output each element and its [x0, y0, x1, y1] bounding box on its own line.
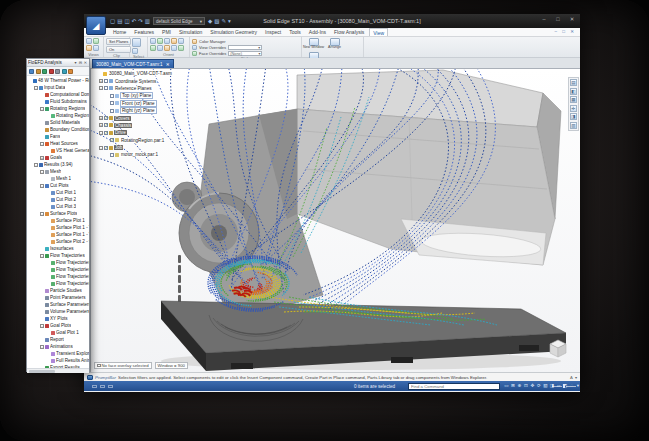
fit-icon[interactable] — [171, 38, 177, 44]
floefd-tree-item[interactable]: - Heat Sources — [27, 140, 89, 147]
floefd-tree-item[interactable]: Surface Plot 1 — [27, 217, 89, 224]
ribbon-tab[interactable]: View — [369, 28, 388, 36]
view-wireframe-icon[interactable] — [164, 45, 170, 51]
floefd-tree-item[interactable]: Particle Studies — [27, 287, 89, 294]
floefd-tree-item[interactable]: - Surface Plots — [27, 210, 89, 217]
color-manager-button[interactable]: Color Manager — [199, 39, 225, 44]
expander-icon[interactable]: - — [40, 142, 44, 146]
visibility-checkbox[interactable]: ✓ — [104, 131, 108, 135]
pathfinder-item[interactable]: - ✓ Drive — [92, 129, 188, 136]
zoom-area-icon[interactable] — [157, 38, 163, 44]
qat-icon[interactable]: ▤ — [117, 18, 122, 24]
dock-tab-icon[interactable]: ▤ — [570, 79, 577, 86]
arrange-button[interactable]: Arrange — [325, 38, 344, 50]
qat-icon[interactable]: ▢ — [110, 18, 115, 24]
status-tool-icon[interactable]: ▾ — [576, 383, 581, 389]
close-icon[interactable]: ✕ — [83, 60, 88, 65]
floefd-tree-item[interactable]: Flow Trajectories 3 — [27, 273, 89, 280]
visibility-checkbox[interactable] — [110, 153, 114, 157]
app-button[interactable]: ◢ — [86, 16, 106, 35]
minimize-button[interactable]: – — [539, 16, 549, 22]
expander-icon[interactable]: - — [34, 163, 38, 167]
ribbon-tab[interactable]: Flow Analysis — [331, 28, 367, 36]
floefd-tree-item[interactable]: Surface Plot 2 - vel, motor — [27, 238, 89, 245]
floefd-tree-item[interactable]: - Results (3.94) — [27, 161, 89, 168]
pathfinder-item[interactable]: motor_mock.par:1 — [92, 151, 188, 158]
horizontal-scrollbar[interactable] — [27, 368, 89, 373]
close-icon[interactable]: ✕ — [166, 60, 170, 69]
floefd-tree-item[interactable]: VS Heat Generation Rate 1 — [27, 147, 89, 154]
camera-icon[interactable] — [93, 45, 99, 51]
status-tool-icon[interactable]: ⊞ — [511, 383, 516, 389]
status-tool-icon[interactable]: ▧ — [543, 383, 548, 389]
document-tab[interactable]: 30080_Main_VOM-CDT-T.asm:1 ✕ — [92, 59, 174, 68]
floefd-tree-item[interactable]: Volume Parameters — [27, 308, 89, 315]
common-views-icon[interactable] — [157, 45, 163, 51]
ribbon-tab[interactable]: Simulation Geometry — [207, 28, 260, 36]
visibility-checkbox[interactable] — [104, 86, 108, 90]
dock-tab-icon[interactable]: ▦ — [570, 96, 577, 103]
face-overlay-toggle[interactable]: No face overlay selected — [94, 362, 152, 369]
set-planes-button[interactable]: Set Planes — [106, 38, 131, 45]
visibility-checkbox[interactable]: ✓ — [104, 116, 108, 120]
floefd-tree-item[interactable]: + Goals — [27, 154, 89, 161]
floefd-tree-item[interactable]: Cut Plot 2 — [27, 196, 89, 203]
floefd-tree-item[interactable]: Surface Parameters — [27, 301, 89, 308]
ribbon-tab[interactable]: Features — [131, 28, 157, 36]
visible-views-icon[interactable] — [86, 38, 92, 44]
ribbon-tab[interactable]: Simulation — [176, 28, 205, 36]
floefd-tree-item[interactable]: Cut Plot 1 — [27, 189, 89, 196]
theme-combo[interactable]: default Solid Edge ▾ — [153, 17, 205, 25]
pathfinder-item[interactable]: 30080_Main_VOM-CDT-T.asm — [92, 70, 188, 77]
pathfinder-item[interactable]: - Reference Planes — [92, 85, 188, 92]
document-window-controls[interactable]: – □ ✕ — [555, 29, 577, 34]
ribbon-tab[interactable]: Inspect — [262, 28, 284, 36]
floefd-tree-item[interactable]: Flow Trajectories 2 — [27, 266, 89, 273]
shaded-view-icon[interactable] — [171, 45, 177, 51]
panel-tool-icon[interactable] — [36, 69, 41, 74]
ribbon-tab[interactable]: PMI — [159, 28, 174, 36]
expander-icon[interactable]: + — [99, 123, 103, 127]
floefd-tree-item[interactable]: Fluid Subdomains — [27, 98, 89, 105]
floefd-tree-item[interactable]: Surface Plot 1 - T, inner — [27, 231, 89, 238]
view-cube-icon[interactable] — [546, 336, 570, 360]
dock-tab-icon[interactable]: ▥ — [570, 122, 577, 129]
panel-tool-icon[interactable] — [68, 69, 73, 74]
view-overrides-combo[interactable]: ▾ — [228, 45, 262, 50]
floefd-tree-item[interactable]: Rotating Region 1 — [27, 112, 89, 119]
promptbar-tool-icon[interactable]: A — [570, 375, 573, 380]
visibility-checkbox[interactable]: ✓ — [110, 138, 114, 142]
expander-icon[interactable]: - — [99, 86, 103, 90]
status-tool-icon[interactable]: ⊡ — [524, 383, 529, 389]
dock-tab-icon[interactable]: ✛ — [570, 105, 577, 112]
promptbar-tool-icon[interactable]: ▾ — [575, 375, 577, 380]
floefd-tree-item[interactable]: 48 W Thermal Power - Reversed Rotation — [27, 77, 89, 84]
panel-tool-icon[interactable] — [62, 69, 67, 74]
expander-icon[interactable]: - — [40, 345, 44, 349]
floefd-tree-item[interactable]: XY Plots — [27, 315, 89, 322]
visibility-checkbox[interactable] — [104, 79, 108, 83]
expander-icon[interactable]: - — [40, 184, 44, 188]
qat-icon[interactable]: ↶ — [132, 18, 137, 24]
floefd-tree-item[interactable]: Transient Explorer — [27, 350, 89, 357]
floefd-tree-item[interactable]: - Cut Plots — [27, 182, 89, 189]
command-finder-input[interactable] — [408, 383, 500, 390]
visibility-checkbox[interactable] — [110, 101, 114, 105]
status-tool-icon[interactable]: ▭ — [504, 383, 509, 389]
expander-icon[interactable]: + — [40, 156, 44, 160]
panel-tool-icon[interactable] — [55, 69, 60, 74]
close-button[interactable]: ✕ — [567, 16, 577, 22]
visibility-checkbox[interactable]: ✓ — [104, 146, 108, 150]
visibility-checkbox[interactable] — [110, 94, 114, 98]
panel-tool-icon[interactable] — [49, 69, 54, 74]
floefd-tree-item[interactable]: Cut Plot 3 — [27, 203, 89, 210]
pathfinder-item[interactable]: + ✓ Chassis — [92, 122, 188, 129]
expander-icon[interactable]: - — [99, 146, 103, 150]
expander-icon[interactable]: - — [40, 254, 44, 258]
floefd-tree-item[interactable]: Boundary Conditions — [27, 126, 89, 133]
perspective-icon[interactable] — [178, 45, 184, 51]
expander-icon[interactable]: + — [99, 116, 103, 120]
view-config-icon[interactable] — [86, 45, 92, 51]
floefd-tree-item[interactable]: Solid Materials — [27, 119, 89, 126]
floefd-tree-item[interactable]: - Flow Trajectories — [27, 252, 89, 259]
